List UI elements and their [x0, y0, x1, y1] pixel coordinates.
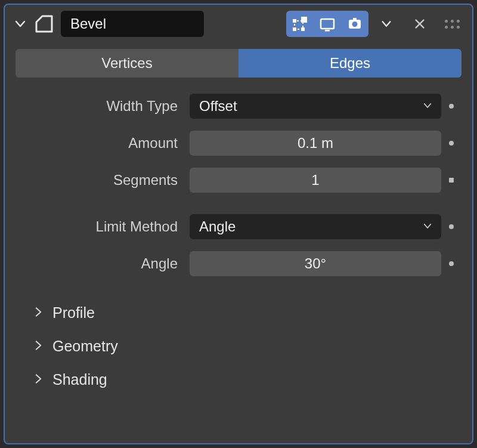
collapse-toggle[interactable]	[13, 17, 27, 31]
svg-rect-8	[353, 18, 357, 20]
modifier-header: Bevel	[5, 5, 472, 45]
chevron-down-icon	[422, 98, 433, 115]
segments-field[interactable]: 1	[190, 168, 441, 193]
subpanel-profile[interactable]: Profile	[5, 296, 472, 329]
tab-label: Vertices	[101, 55, 152, 72]
angle-value: 30°	[305, 255, 326, 272]
width-type-select[interactable]: Offset	[190, 94, 441, 119]
row-limit-method: Limit Method Angle	[5, 212, 472, 241]
extras-menu[interactable]	[374, 11, 398, 37]
modifier-name-field[interactable]: Bevel	[61, 11, 204, 37]
affect-tabs: Vertices Edges	[16, 49, 461, 78]
label-amount: Amount	[5, 135, 190, 152]
chevron-right-icon	[32, 371, 44, 388]
svg-rect-5	[325, 30, 330, 32]
svg-rect-3	[301, 17, 307, 23]
limit-method-select[interactable]: Angle	[190, 214, 441, 239]
modifier-name-text: Bevel	[70, 16, 106, 32]
on-cage-toggle[interactable]	[286, 11, 314, 37]
amount-field[interactable]: 0.1 m	[190, 131, 441, 156]
modifier-panel: Bevel	[4, 4, 473, 444]
angle-field[interactable]: 30°	[190, 251, 441, 276]
label-limit-method: Limit Method	[5, 218, 190, 235]
delete-modifier-button[interactable]	[408, 11, 432, 37]
label-width-type: Width Type	[5, 98, 190, 115]
anim-dot[interactable]	[441, 104, 461, 109]
subpanel-label: Shading	[52, 371, 107, 388]
bevel-icon	[33, 13, 55, 35]
svg-point-7	[352, 21, 358, 27]
realtime-toggle[interactable]	[341, 11, 368, 37]
subpanels: Profile Geometry Shading	[5, 296, 472, 396]
display-mode-buttons	[286, 11, 368, 37]
anim-dot[interactable]	[441, 178, 461, 183]
segments-value: 1	[311, 172, 319, 189]
anim-dot[interactable]	[441, 261, 461, 266]
anim-dot[interactable]	[441, 224, 461, 229]
limit-method-value: Angle	[199, 218, 236, 235]
label-angle: Angle	[5, 255, 190, 272]
svg-rect-4	[321, 19, 334, 29]
svg-rect-2	[301, 27, 305, 31]
label-segments: Segments	[5, 172, 190, 189]
row-angle: Angle 30°	[5, 249, 472, 278]
edit-mode-toggle[interactable]	[314, 11, 341, 37]
subpanel-geometry[interactable]: Geometry	[5, 329, 472, 363]
anim-dot[interactable]	[441, 141, 461, 146]
row-width-type: Width Type Offset	[5, 92, 472, 121]
subpanel-label: Geometry	[52, 338, 118, 355]
chevron-right-icon	[32, 338, 44, 355]
tab-label: Edges	[330, 55, 370, 72]
subpanel-label: Profile	[52, 304, 95, 322]
chevron-right-icon	[32, 304, 44, 322]
svg-rect-0	[293, 27, 296, 31]
amount-value: 0.1 m	[298, 135, 333, 152]
row-amount: Amount 0.1 m	[5, 129, 472, 157]
tab-edges[interactable]: Edges	[238, 49, 461, 78]
chevron-down-icon	[422, 218, 433, 235]
tab-vertices[interactable]: Vertices	[16, 49, 238, 78]
row-segments: Segments 1	[5, 166, 472, 194]
subpanel-shading[interactable]: Shading	[5, 363, 472, 396]
width-type-value: Offset	[199, 98, 237, 115]
drag-handle[interactable]	[440, 11, 464, 37]
svg-rect-1	[293, 19, 296, 23]
